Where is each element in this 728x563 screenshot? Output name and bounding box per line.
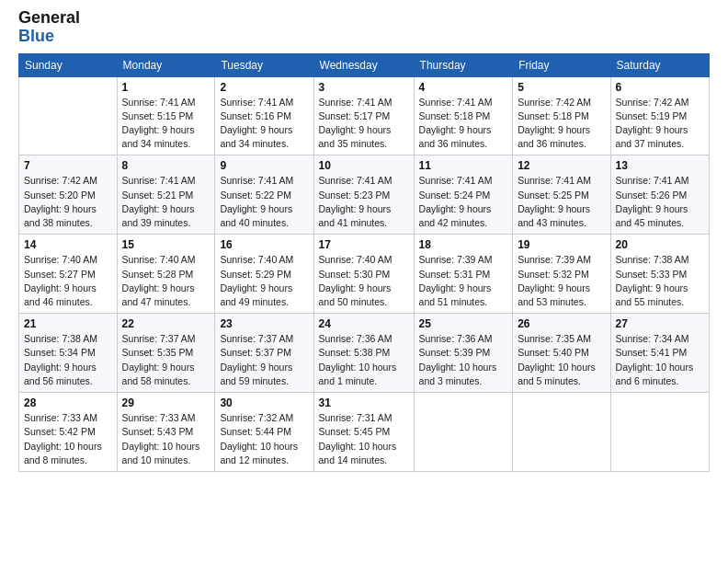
calendar-week-row: 21Sunrise: 7:38 AM Sunset: 5:34 PM Dayli… bbox=[19, 314, 710, 393]
day-info: Sunrise: 7:41 AM Sunset: 5:18 PM Dayligh… bbox=[419, 96, 508, 152]
calendar-cell: 18Sunrise: 7:39 AM Sunset: 5:31 PM Dayli… bbox=[414, 235, 513, 314]
calendar-cell: 3Sunrise: 7:41 AM Sunset: 5:17 PM Daylig… bbox=[313, 76, 414, 155]
day-number: 26 bbox=[518, 317, 605, 330]
calendar-cell: 11Sunrise: 7:41 AM Sunset: 5:24 PM Dayli… bbox=[414, 155, 513, 235]
calendar-cell: 8Sunrise: 7:41 AM Sunset: 5:21 PM Daylig… bbox=[117, 155, 215, 235]
day-info: Sunrise: 7:41 AM Sunset: 5:23 PM Dayligh… bbox=[319, 174, 409, 230]
day-info: Sunrise: 7:39 AM Sunset: 5:32 PM Dayligh… bbox=[518, 253, 605, 309]
day-info: Sunrise: 7:41 AM Sunset: 5:16 PM Dayligh… bbox=[220, 96, 308, 152]
day-number: 24 bbox=[319, 317, 409, 330]
day-number: 15 bbox=[122, 238, 210, 251]
day-info: Sunrise: 7:41 AM Sunset: 5:17 PM Dayligh… bbox=[319, 96, 409, 152]
day-number: 16 bbox=[220, 238, 308, 251]
header: GeneralBlue bbox=[18, 9, 710, 46]
day-info: Sunrise: 7:41 AM Sunset: 5:21 PM Dayligh… bbox=[122, 174, 210, 230]
calendar-cell: 28Sunrise: 7:33 AM Sunset: 5:42 PM Dayli… bbox=[19, 393, 118, 472]
calendar-cell bbox=[414, 393, 513, 472]
day-number: 29 bbox=[122, 396, 210, 409]
calendar-cell: 31Sunrise: 7:31 AM Sunset: 5:45 PM Dayli… bbox=[313, 393, 414, 472]
day-info: Sunrise: 7:35 AM Sunset: 5:40 PM Dayligh… bbox=[518, 332, 605, 388]
day-number: 28 bbox=[24, 396, 112, 409]
calendar-cell: 10Sunrise: 7:41 AM Sunset: 5:23 PM Dayli… bbox=[313, 155, 414, 235]
calendar-cell bbox=[19, 76, 118, 155]
calendar-cell: 21Sunrise: 7:38 AM Sunset: 5:34 PM Dayli… bbox=[19, 314, 118, 393]
calendar-table: SundayMondayTuesdayWednesdayThursdayFrid… bbox=[18, 53, 710, 472]
weekday-header: SundayMondayTuesdayWednesdayThursdayFrid… bbox=[19, 53, 710, 76]
calendar-cell: 1Sunrise: 7:41 AM Sunset: 5:15 PM Daylig… bbox=[117, 76, 215, 155]
day-info: Sunrise: 7:41 AM Sunset: 5:26 PM Dayligh… bbox=[616, 174, 704, 230]
day-info: Sunrise: 7:42 AM Sunset: 5:18 PM Dayligh… bbox=[518, 96, 605, 152]
calendar-week-row: 14Sunrise: 7:40 AM Sunset: 5:27 PM Dayli… bbox=[19, 235, 710, 314]
day-number: 5 bbox=[518, 81, 605, 94]
day-number: 8 bbox=[122, 159, 210, 172]
day-number: 3 bbox=[319, 81, 409, 94]
logo: GeneralBlue bbox=[18, 9, 80, 46]
day-number: 21 bbox=[24, 317, 112, 330]
calendar-cell: 2Sunrise: 7:41 AM Sunset: 5:16 PM Daylig… bbox=[215, 76, 313, 155]
weekday-header-cell: Sunday bbox=[19, 53, 118, 76]
calendar-body: 1Sunrise: 7:41 AM Sunset: 5:15 PM Daylig… bbox=[19, 76, 710, 471]
calendar-cell: 4Sunrise: 7:41 AM Sunset: 5:18 PM Daylig… bbox=[414, 76, 513, 155]
day-info: Sunrise: 7:42 AM Sunset: 5:20 PM Dayligh… bbox=[24, 174, 112, 230]
page: GeneralBlue SundayMondayTuesdayWednesday… bbox=[0, 0, 728, 563]
day-info: Sunrise: 7:39 AM Sunset: 5:31 PM Dayligh… bbox=[419, 253, 508, 309]
calendar-cell: 19Sunrise: 7:39 AM Sunset: 5:32 PM Dayli… bbox=[513, 235, 610, 314]
calendar-cell: 24Sunrise: 7:36 AM Sunset: 5:38 PM Dayli… bbox=[313, 314, 414, 393]
day-number: 31 bbox=[319, 396, 409, 409]
weekday-header-cell: Tuesday bbox=[215, 53, 313, 76]
day-number: 25 bbox=[419, 317, 508, 330]
calendar-cell: 6Sunrise: 7:42 AM Sunset: 5:19 PM Daylig… bbox=[610, 76, 709, 155]
day-info: Sunrise: 7:41 AM Sunset: 5:25 PM Dayligh… bbox=[518, 174, 605, 230]
calendar-cell: 29Sunrise: 7:33 AM Sunset: 5:43 PM Dayli… bbox=[117, 393, 215, 472]
day-number: 19 bbox=[518, 238, 605, 251]
weekday-header-cell: Wednesday bbox=[313, 53, 414, 76]
calendar-cell: 7Sunrise: 7:42 AM Sunset: 5:20 PM Daylig… bbox=[19, 155, 118, 235]
day-info: Sunrise: 7:38 AM Sunset: 5:34 PM Dayligh… bbox=[24, 332, 112, 388]
day-info: Sunrise: 7:42 AM Sunset: 5:19 PM Dayligh… bbox=[616, 96, 704, 152]
day-number: 9 bbox=[220, 159, 308, 172]
day-number: 23 bbox=[220, 317, 308, 330]
day-number: 12 bbox=[518, 159, 605, 172]
calendar-week-row: 1Sunrise: 7:41 AM Sunset: 5:15 PM Daylig… bbox=[19, 76, 710, 155]
calendar-cell: 26Sunrise: 7:35 AM Sunset: 5:40 PM Dayli… bbox=[513, 314, 610, 393]
logo-text: GeneralBlue bbox=[18, 9, 80, 46]
day-number: 7 bbox=[24, 159, 112, 172]
calendar-week-row: 7Sunrise: 7:42 AM Sunset: 5:20 PM Daylig… bbox=[19, 155, 710, 235]
calendar-cell: 27Sunrise: 7:34 AM Sunset: 5:41 PM Dayli… bbox=[610, 314, 709, 393]
day-number: 20 bbox=[616, 238, 704, 251]
day-number: 17 bbox=[319, 238, 409, 251]
day-number: 10 bbox=[319, 159, 409, 172]
calendar-cell: 23Sunrise: 7:37 AM Sunset: 5:37 PM Dayli… bbox=[215, 314, 313, 393]
day-info: Sunrise: 7:40 AM Sunset: 5:29 PM Dayligh… bbox=[220, 253, 308, 309]
calendar-cell: 20Sunrise: 7:38 AM Sunset: 5:33 PM Dayli… bbox=[610, 235, 709, 314]
day-info: Sunrise: 7:36 AM Sunset: 5:38 PM Dayligh… bbox=[319, 332, 409, 388]
day-info: Sunrise: 7:37 AM Sunset: 5:35 PM Dayligh… bbox=[122, 332, 210, 388]
day-number: 4 bbox=[419, 81, 508, 94]
calendar-week-row: 28Sunrise: 7:33 AM Sunset: 5:42 PM Dayli… bbox=[19, 393, 710, 472]
day-info: Sunrise: 7:40 AM Sunset: 5:28 PM Dayligh… bbox=[122, 253, 210, 309]
day-info: Sunrise: 7:36 AM Sunset: 5:39 PM Dayligh… bbox=[419, 332, 508, 388]
calendar-cell: 22Sunrise: 7:37 AM Sunset: 5:35 PM Dayli… bbox=[117, 314, 215, 393]
day-info: Sunrise: 7:33 AM Sunset: 5:43 PM Dayligh… bbox=[122, 411, 210, 467]
day-number: 13 bbox=[616, 159, 704, 172]
day-number: 18 bbox=[419, 238, 508, 251]
calendar-cell: 25Sunrise: 7:36 AM Sunset: 5:39 PM Dayli… bbox=[414, 314, 513, 393]
day-number: 11 bbox=[419, 159, 508, 172]
calendar-cell bbox=[513, 393, 610, 472]
day-number: 14 bbox=[24, 238, 112, 251]
day-number: 30 bbox=[220, 396, 308, 409]
weekday-header-cell: Saturday bbox=[610, 53, 709, 76]
day-info: Sunrise: 7:31 AM Sunset: 5:45 PM Dayligh… bbox=[319, 411, 409, 467]
day-number: 6 bbox=[616, 81, 704, 94]
day-info: Sunrise: 7:34 AM Sunset: 5:41 PM Dayligh… bbox=[616, 332, 704, 388]
day-number: 22 bbox=[122, 317, 210, 330]
day-info: Sunrise: 7:33 AM Sunset: 5:42 PM Dayligh… bbox=[24, 411, 112, 467]
calendar-cell: 15Sunrise: 7:40 AM Sunset: 5:28 PM Dayli… bbox=[117, 235, 215, 314]
day-info: Sunrise: 7:41 AM Sunset: 5:24 PM Dayligh… bbox=[419, 174, 508, 230]
calendar-cell: 14Sunrise: 7:40 AM Sunset: 5:27 PM Dayli… bbox=[19, 235, 118, 314]
calendar-cell: 9Sunrise: 7:41 AM Sunset: 5:22 PM Daylig… bbox=[215, 155, 313, 235]
day-info: Sunrise: 7:37 AM Sunset: 5:37 PM Dayligh… bbox=[220, 332, 308, 388]
calendar-cell: 13Sunrise: 7:41 AM Sunset: 5:26 PM Dayli… bbox=[610, 155, 709, 235]
calendar-cell: 12Sunrise: 7:41 AM Sunset: 5:25 PM Dayli… bbox=[513, 155, 610, 235]
weekday-header-cell: Thursday bbox=[414, 53, 513, 76]
